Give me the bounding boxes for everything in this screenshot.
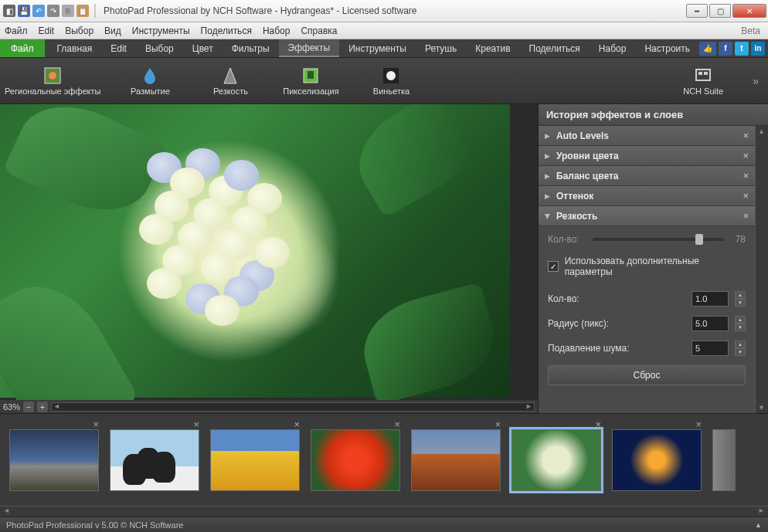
thumb-close-icon[interactable]: ×	[394, 418, 400, 430]
p1-label: Кол-во:	[548, 293, 685, 304]
p2-input[interactable]: 5.0	[692, 316, 729, 331]
ribbon-tab-retouch[interactable]: Ретушь	[416, 39, 466, 57]
close-button[interactable]: ✕	[732, 4, 766, 18]
vignette-icon	[382, 66, 400, 85]
thumbnail-1[interactable]	[9, 429, 99, 491]
layer-label: Auto Levels	[556, 130, 609, 141]
thumbnail-3[interactable]	[210, 429, 300, 491]
layer-sharpen[interactable]: ▶Резкость×	[539, 206, 755, 226]
twitter-icon[interactable]: t	[735, 42, 749, 56]
p1-input[interactable]: 1.0	[692, 291, 729, 307]
close-icon[interactable]: ×	[743, 150, 749, 161]
thumb-close-icon[interactable]: ×	[294, 418, 300, 430]
paste-icon[interactable]: 📋	[76, 5, 89, 17]
ribbon-tab-filters[interactable]: Фильтры	[223, 39, 279, 57]
ribbon-tab-suite[interactable]: Набор	[590, 39, 636, 57]
spin-down[interactable]: ▼	[735, 299, 746, 307]
spin-down[interactable]: ▼	[735, 324, 746, 331]
spin-up[interactable]: ▲	[735, 341, 746, 348]
thumb-close-icon[interactable]: ×	[193, 418, 199, 430]
maximize-button[interactable]: ▢	[709, 4, 731, 18]
thumbnail-6-selected[interactable]	[511, 429, 601, 491]
linkedin-icon[interactable]: in	[751, 42, 765, 56]
ribbon-tab-tools[interactable]: Инструменты	[339, 39, 416, 57]
layer-color-levels[interactable]: ▶Уровни цвета×	[539, 146, 755, 166]
statusbar-collapse-icon[interactable]: ▲	[755, 521, 762, 529]
ribbon-tab-file[interactable]: Файл	[0, 39, 45, 57]
menu-share[interactable]: Поделиться	[201, 25, 252, 36]
advanced-checkbox[interactable]: ✓	[548, 261, 559, 272]
thumbnail-8[interactable]	[712, 429, 736, 491]
spin-up[interactable]: ▲	[735, 316, 746, 324]
nch-suite-label: NCH Suite	[683, 86, 723, 96]
pixelate-button[interactable]: Пикселизация	[280, 66, 342, 96]
thumbnail-5[interactable]	[411, 429, 501, 491]
reset-button[interactable]: Сброс	[548, 365, 746, 385]
thumbnail-7[interactable]	[612, 429, 702, 491]
canvas-area[interactable]: 63% − +	[0, 104, 538, 413]
menu-help[interactable]: Справка	[301, 25, 337, 36]
menu-view[interactable]: Вид	[104, 25, 121, 36]
undo-icon[interactable]: ↶	[32, 5, 45, 17]
layer-auto-levels[interactable]: ▶Auto Levels×	[539, 126, 755, 146]
ribbon-tab-creative[interactable]: Креатив	[466, 39, 519, 57]
thumbstrip-hscroll[interactable]	[0, 506, 768, 517]
close-icon[interactable]: ×	[743, 190, 749, 202]
close-icon[interactable]: ×	[743, 210, 749, 222]
sharpen-button[interactable]: Резкость	[199, 66, 261, 96]
menu-set[interactable]: Набор	[263, 25, 291, 36]
close-icon[interactable]: ×	[743, 130, 749, 141]
ribbon-tab-home[interactable]: Главная	[48, 39, 102, 57]
ribbon-tab-customize[interactable]: Настроить	[635, 39, 699, 57]
p3-input[interactable]: 5	[692, 341, 729, 356]
zoom-in-button[interactable]: +	[37, 402, 48, 412]
pixelate-icon	[301, 66, 320, 85]
ribbon-tab-edit[interactable]: Edit	[101, 39, 136, 57]
menu-select[interactable]: Выбор	[65, 25, 93, 36]
svg-rect-8	[704, 72, 708, 75]
menu-edit[interactable]: Edit	[39, 25, 55, 36]
facebook-icon[interactable]: f	[719, 42, 732, 56]
nch-suite-button[interactable]: NCH Suite	[672, 66, 734, 96]
zoom-bar: 63% − +	[0, 400, 538, 413]
canvas-hscroll[interactable]	[51, 402, 535, 412]
amount-slider[interactable]	[593, 238, 724, 241]
sharpen-icon	[221, 66, 240, 85]
thumb-close-icon[interactable]: ×	[494, 418, 501, 430]
ribbon-toolbar: Региональные эффекты Размытие Резкость П…	[0, 58, 768, 104]
regional-effects-button[interactable]: Региональные эффекты	[5, 66, 100, 96]
svg-point-5	[386, 71, 396, 80]
ribbon-more-icon[interactable]: »	[753, 75, 763, 87]
zoom-out-button[interactable]: −	[23, 402, 34, 412]
menu-tools[interactable]: Инструменты	[132, 25, 190, 36]
thumbnail-2[interactable]	[110, 429, 199, 491]
save-icon[interactable]: 💾	[18, 5, 30, 17]
thumb-close-icon[interactable]: ×	[93, 418, 99, 430]
window-title: PhotoPad Professional by NCH Software - …	[104, 5, 417, 16]
thumbnail-strip: × × × × × × ×	[0, 413, 768, 506]
spin-down[interactable]: ▼	[735, 348, 746, 356]
menu-file[interactable]: Файл	[5, 25, 28, 36]
vignette-button[interactable]: Виньетка	[360, 66, 422, 96]
minimize-button[interactable]: ━	[686, 4, 708, 18]
like-icon[interactable]: 👍	[699, 42, 716, 56]
ribbon-tab-effects[interactable]: Эффекты	[279, 39, 340, 57]
blur-button[interactable]: Размытие	[119, 66, 181, 96]
copy-icon[interactable]: ⎘	[62, 5, 74, 17]
redo-icon[interactable]: ↷	[47, 5, 59, 17]
close-icon[interactable]: ×	[743, 170, 749, 181]
ribbon-tab-share[interactable]: Поделиться	[520, 39, 590, 57]
layer-color-balance[interactable]: ▶Баланс цвета×	[539, 166, 755, 186]
svg-rect-3	[308, 71, 314, 79]
thumb-close-icon[interactable]: ×	[595, 418, 601, 430]
panel-vscroll[interactable]	[755, 126, 768, 413]
app-icon: ◧	[3, 5, 15, 17]
thumbnail-4[interactable]	[311, 429, 400, 491]
svg-rect-7	[698, 72, 702, 75]
spin-up[interactable]: ▲	[735, 291, 746, 299]
thumb-close-icon[interactable]: ×	[695, 418, 702, 430]
svg-rect-6	[696, 69, 710, 80]
ribbon-tab-color[interactable]: Цвет	[183, 39, 223, 57]
ribbon-tab-select[interactable]: Выбор	[136, 39, 183, 57]
layer-hue[interactable]: ▶Оттенок×	[539, 186, 755, 206]
